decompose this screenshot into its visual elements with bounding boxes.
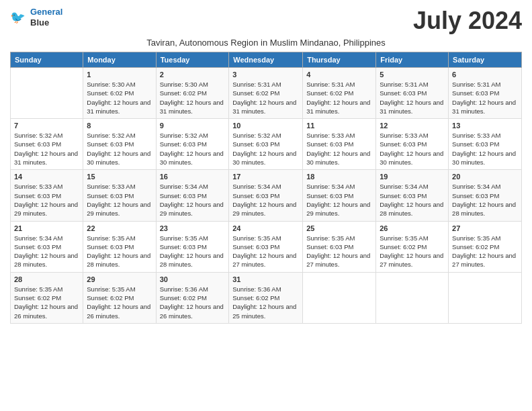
svg-text:🐦: 🐦: [10, 9, 26, 24]
calendar-cell: 30Sunrise: 5:36 AMSunset: 6:02 PMDayligh…: [156, 272, 229, 323]
calendar-cell: 17Sunrise: 5:34 AMSunset: 6:03 PMDayligh…: [229, 170, 303, 221]
day-info: Sunrise: 5:31 AMSunset: 6:02 PMDaylight:…: [306, 80, 372, 116]
calendar-week-row: 7Sunrise: 5:32 AMSunset: 6:03 PMDaylight…: [11, 119, 522, 170]
day-info: Sunrise: 5:33 AMSunset: 6:03 PMDaylight:…: [14, 182, 79, 218]
calendar-cell: 5Sunrise: 5:31 AMSunset: 6:03 PMDaylight…: [376, 68, 449, 119]
calendar-table: SundayMondayTuesdayWednesdayThursdayFrid…: [10, 52, 522, 324]
calendar-cell: 14Sunrise: 5:33 AMSunset: 6:03 PMDayligh…: [11, 170, 83, 221]
day-info: Sunrise: 5:30 AMSunset: 6:02 PMDaylight:…: [87, 80, 152, 116]
day-number: 9: [160, 122, 226, 130]
weekday-header-tuesday: Tuesday: [156, 52, 229, 68]
logo: 🐦 General Blue: [10, 7, 62, 28]
calendar-cell: 24Sunrise: 5:35 AMSunset: 6:03 PMDayligh…: [229, 221, 303, 272]
weekday-header-thursday: Thursday: [303, 52, 376, 68]
day-info: Sunrise: 5:33 AMSunset: 6:03 PMDaylight:…: [87, 182, 152, 218]
day-number: 6: [452, 71, 518, 79]
day-info: Sunrise: 5:32 AMSunset: 6:03 PMDaylight:…: [87, 131, 152, 167]
calendar-cell: 12Sunrise: 5:33 AMSunset: 6:03 PMDayligh…: [376, 119, 449, 170]
day-info: Sunrise: 5:35 AMSunset: 6:03 PMDaylight:…: [160, 234, 226, 269]
day-number: 22: [87, 224, 152, 232]
day-info: Sunrise: 5:35 AMSunset: 6:03 PMDaylight:…: [306, 234, 372, 269]
calendar-cell: 31Sunrise: 5:36 AMSunset: 6:02 PMDayligh…: [229, 272, 303, 323]
day-number: 8: [87, 122, 152, 130]
day-info: Sunrise: 5:30 AMSunset: 6:02 PMDaylight:…: [160, 80, 226, 116]
day-number: 25: [306, 224, 372, 232]
calendar-cell: 23Sunrise: 5:35 AMSunset: 6:03 PMDayligh…: [156, 221, 229, 272]
day-number: 7: [14, 122, 79, 130]
day-info: Sunrise: 5:36 AMSunset: 6:02 PMDaylight:…: [232, 285, 299, 320]
day-info: Sunrise: 5:34 AMSunset: 6:03 PMDaylight:…: [232, 182, 299, 218]
day-number: 2: [160, 71, 226, 79]
day-number: 1: [87, 71, 152, 79]
calendar-cell: 28Sunrise: 5:35 AMSunset: 6:02 PMDayligh…: [11, 272, 83, 323]
day-number: 23: [160, 224, 226, 232]
calendar-cell: [11, 68, 83, 119]
day-info: Sunrise: 5:32 AMSunset: 6:03 PMDaylight:…: [14, 131, 79, 167]
day-info: Sunrise: 5:34 AMSunset: 6:03 PMDaylight:…: [14, 234, 79, 269]
day-info: Sunrise: 5:31 AMSunset: 6:03 PMDaylight:…: [380, 80, 445, 116]
day-info: Sunrise: 5:33 AMSunset: 6:03 PMDaylight:…: [380, 131, 445, 167]
day-number: 18: [306, 173, 372, 181]
day-number: 11: [306, 122, 372, 130]
day-number: 14: [14, 173, 79, 181]
day-info: Sunrise: 5:35 AMSunset: 6:02 PMDaylight:…: [380, 234, 445, 269]
calendar-cell: 4Sunrise: 5:31 AMSunset: 6:02 PMDaylight…: [303, 68, 376, 119]
calendar-cell: [449, 272, 522, 323]
day-info: Sunrise: 5:35 AMSunset: 6:03 PMDaylight:…: [87, 234, 152, 269]
calendar-cell: 11Sunrise: 5:33 AMSunset: 6:03 PMDayligh…: [303, 119, 376, 170]
day-number: 15: [87, 173, 152, 181]
calendar-cell: 3Sunrise: 5:31 AMSunset: 6:02 PMDaylight…: [229, 68, 303, 119]
calendar-week-row: 1Sunrise: 5:30 AMSunset: 6:02 PMDaylight…: [11, 68, 522, 119]
calendar-cell: 29Sunrise: 5:35 AMSunset: 6:02 PMDayligh…: [83, 272, 156, 323]
calendar-cell: 8Sunrise: 5:32 AMSunset: 6:03 PMDaylight…: [83, 119, 156, 170]
day-info: Sunrise: 5:35 AMSunset: 6:03 PMDaylight:…: [232, 234, 299, 269]
calendar-cell: 21Sunrise: 5:34 AMSunset: 6:03 PMDayligh…: [11, 221, 83, 272]
day-info: Sunrise: 5:35 AMSunset: 6:02 PMDaylight:…: [452, 234, 518, 269]
day-info: Sunrise: 5:32 AMSunset: 6:03 PMDaylight:…: [232, 131, 299, 167]
day-number: 10: [232, 122, 299, 130]
weekday-header-sunday: Sunday: [11, 52, 83, 68]
calendar-cell: 7Sunrise: 5:32 AMSunset: 6:03 PMDaylight…: [11, 119, 83, 170]
day-info: Sunrise: 5:33 AMSunset: 6:03 PMDaylight:…: [306, 131, 372, 167]
day-info: Sunrise: 5:31 AMSunset: 6:03 PMDaylight:…: [452, 80, 518, 116]
day-number: 28: [14, 275, 79, 283]
calendar-week-row: 21Sunrise: 5:34 AMSunset: 6:03 PMDayligh…: [11, 221, 522, 272]
calendar-cell: 1Sunrise: 5:30 AMSunset: 6:02 PMDaylight…: [83, 68, 156, 119]
logo-text: General Blue: [30, 7, 62, 28]
calendar-cell: 10Sunrise: 5:32 AMSunset: 6:03 PMDayligh…: [229, 119, 303, 170]
calendar-cell: 18Sunrise: 5:34 AMSunset: 6:03 PMDayligh…: [303, 170, 376, 221]
weekday-header-wednesday: Wednesday: [229, 52, 303, 68]
day-number: 21: [14, 224, 79, 232]
day-number: 24: [232, 224, 299, 232]
calendar-cell: 6Sunrise: 5:31 AMSunset: 6:03 PMDaylight…: [449, 68, 522, 119]
day-number: 5: [380, 71, 445, 79]
calendar-cell: 9Sunrise: 5:32 AMSunset: 6:03 PMDaylight…: [156, 119, 229, 170]
calendar-cell: 15Sunrise: 5:33 AMSunset: 6:03 PMDayligh…: [83, 170, 156, 221]
calendar-cell: 22Sunrise: 5:35 AMSunset: 6:03 PMDayligh…: [83, 221, 156, 272]
calendar-cell: 16Sunrise: 5:34 AMSunset: 6:03 PMDayligh…: [156, 170, 229, 221]
calendar-cell: 20Sunrise: 5:34 AMSunset: 6:03 PMDayligh…: [449, 170, 522, 221]
calendar-cell: [376, 272, 449, 323]
day-info: Sunrise: 5:34 AMSunset: 6:03 PMDaylight:…: [306, 182, 372, 218]
day-info: Sunrise: 5:31 AMSunset: 6:02 PMDaylight:…: [232, 80, 299, 116]
month-title: July 2024: [413, 7, 522, 35]
day-number: 19: [380, 173, 445, 181]
calendar-cell: 26Sunrise: 5:35 AMSunset: 6:02 PMDayligh…: [376, 221, 449, 272]
day-info: Sunrise: 5:34 AMSunset: 6:03 PMDaylight:…: [380, 182, 445, 218]
weekday-header-row: SundayMondayTuesdayWednesdayThursdayFrid…: [11, 52, 522, 68]
day-number: 29: [87, 275, 152, 283]
calendar-cell: 2Sunrise: 5:30 AMSunset: 6:02 PMDaylight…: [156, 68, 229, 119]
day-info: Sunrise: 5:32 AMSunset: 6:03 PMDaylight:…: [160, 131, 226, 167]
weekday-header-monday: Monday: [83, 52, 156, 68]
day-info: Sunrise: 5:33 AMSunset: 6:03 PMDaylight:…: [452, 131, 518, 167]
day-number: 17: [232, 173, 299, 181]
day-number: 31: [232, 275, 299, 283]
calendar-week-row: 28Sunrise: 5:35 AMSunset: 6:02 PMDayligh…: [11, 272, 522, 323]
day-number: 20: [452, 173, 518, 181]
day-number: 16: [160, 173, 226, 181]
logo-icon: 🐦: [10, 8, 29, 27]
calendar-cell: 25Sunrise: 5:35 AMSunset: 6:03 PMDayligh…: [303, 221, 376, 272]
day-info: Sunrise: 5:35 AMSunset: 6:02 PMDaylight:…: [87, 285, 152, 320]
day-number: 26: [380, 224, 445, 232]
day-number: 13: [452, 122, 518, 130]
